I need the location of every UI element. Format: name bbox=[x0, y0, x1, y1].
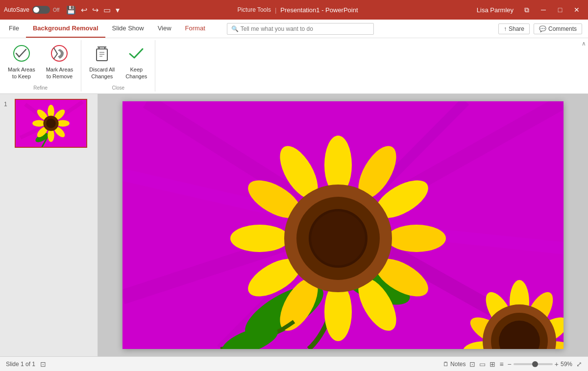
svg-point-55 bbox=[311, 211, 365, 265]
quick-access-toolbar: 💾 ↩ ↪ ▭ ▾ bbox=[63, 5, 122, 15]
ribbon: File Background Removal Slide Show View … bbox=[0, 20, 588, 94]
search-placeholder: Tell me what you want to do bbox=[241, 25, 313, 32]
tab-background-removal[interactable]: Background Removal bbox=[26, 19, 105, 38]
title-bar: AutoSave Off 💾 ↩ ↪ ▭ ▾ Picture Tools | P… bbox=[0, 0, 588, 20]
status-left: Slide 1 of 1 ⊡ bbox=[6, 360, 46, 368]
comments-icon: 💬 bbox=[539, 25, 546, 32]
share-label: Share bbox=[509, 25, 524, 32]
slide-thumb-image bbox=[16, 100, 86, 147]
save-icon[interactable]: 💾 bbox=[66, 5, 76, 15]
slide-image bbox=[122, 101, 564, 349]
svg-point-28 bbox=[46, 118, 55, 128]
close-group-content: Discard AllChanges KeepChanges bbox=[85, 40, 151, 84]
svg-line-5 bbox=[54, 54, 57, 59]
tab-format[interactable]: Format bbox=[178, 19, 212, 38]
maximize-button[interactable]: □ bbox=[553, 0, 567, 20]
slide-status-icon[interactable]: ⊡ bbox=[40, 360, 46, 368]
keep-changes-icon bbox=[127, 44, 146, 65]
discard-icon bbox=[93, 44, 111, 65]
svg-point-46 bbox=[387, 225, 446, 252]
svg-line-2 bbox=[19, 49, 26, 57]
minimize-button[interactable]: ─ bbox=[536, 0, 551, 20]
notes-icon: 🗒 bbox=[443, 361, 449, 368]
mark-remove-label: Mark Areasto Remove bbox=[46, 66, 74, 80]
autosave-area: AutoSave Off bbox=[0, 6, 63, 14]
zoom-track[interactable] bbox=[514, 363, 553, 365]
ribbon-collapse-button[interactable]: ∧ bbox=[582, 40, 586, 47]
refine-group: Mark Areasto Keep Mark Areasto Remove bbox=[0, 40, 81, 92]
comments-label: Comments bbox=[548, 25, 577, 32]
dropdown-arrow[interactable]: ▾ bbox=[116, 5, 120, 15]
title-center: Picture Tools | Presentation1 - PowerPoi… bbox=[122, 6, 473, 14]
slide-canvas bbox=[122, 101, 564, 349]
mark-areas-keep-button[interactable]: Mark Areasto Keep bbox=[4, 42, 39, 82]
toggle-state: Off bbox=[53, 7, 59, 13]
svg-rect-6 bbox=[97, 49, 107, 61]
user-name: Lisa Parmley bbox=[477, 6, 514, 14]
mark-areas-remove-button[interactable]: Mark Areasto Remove bbox=[42, 42, 77, 82]
canvas-area[interactable] bbox=[98, 94, 588, 356]
status-bar: Slide 1 of 1 ⊡ 🗒 Notes ⊡ ▭ ⊞ ≡ − + 59% ⤢ bbox=[0, 356, 588, 371]
view-reading-icon[interactable]: ≡ bbox=[499, 360, 503, 368]
zoom-thumb[interactable] bbox=[532, 361, 538, 367]
slide-number: 1 bbox=[4, 101, 12, 108]
zoom-out-icon[interactable]: − bbox=[508, 360, 512, 368]
undo-icon[interactable]: ↩ bbox=[81, 5, 87, 15]
list-item: 1 bbox=[4, 99, 94, 148]
share-icon: ↑ bbox=[504, 25, 507, 32]
comments-button[interactable]: 💬 Comments bbox=[534, 23, 582, 34]
ribbon-content: Mark Areasto Keep Mark Areasto Remove bbox=[0, 38, 588, 93]
ribbon-tabs: File Background Removal Slide Show View … bbox=[0, 20, 588, 38]
search-icon: 🔍 bbox=[231, 25, 239, 32]
autosave-toggle[interactable] bbox=[32, 6, 50, 14]
restore-down-icon[interactable]: ⧉ bbox=[519, 0, 534, 20]
presentation-icon[interactable]: ▭ bbox=[103, 5, 111, 15]
view-slide-sorter-icon[interactable]: ⊞ bbox=[490, 360, 495, 368]
refine-group-label: Refine bbox=[4, 84, 77, 92]
mark-keep-icon bbox=[12, 44, 31, 65]
close-group: Discard AllChanges KeepChanges Close bbox=[81, 40, 155, 92]
svg-line-1 bbox=[16, 53, 19, 57]
tab-view[interactable]: View bbox=[151, 19, 178, 38]
share-button[interactable]: ↑ Share bbox=[498, 23, 530, 34]
refine-group-content: Mark Areasto Keep Mark Areasto Remove bbox=[4, 40, 77, 84]
view-normal-icon[interactable]: ▭ bbox=[479, 360, 486, 368]
discard-label: Discard AllChanges bbox=[89, 66, 115, 80]
close-button[interactable]: ✕ bbox=[569, 0, 584, 20]
ribbon-actions: ↑ Share 💬 Comments bbox=[498, 23, 586, 34]
fit-to-window-icon[interactable]: ⤢ bbox=[576, 360, 582, 368]
mark-remove-icon bbox=[50, 44, 69, 65]
app-title: Presentation1 - PowerPoint bbox=[280, 6, 358, 14]
main-area: 1 bbox=[0, 94, 588, 356]
redo-icon[interactable]: ↪ bbox=[92, 5, 98, 15]
search-box[interactable]: 🔍 Tell me what you want to do bbox=[227, 23, 374, 35]
slide-thumbnail[interactable] bbox=[15, 99, 87, 148]
comments-status-icon[interactable]: ⊡ bbox=[469, 360, 475, 368]
zoom-in-icon[interactable]: + bbox=[555, 360, 559, 368]
title-right: Lisa Parmley ⧉ ─ □ ✕ bbox=[473, 0, 588, 20]
autosave-label: AutoSave bbox=[4, 6, 29, 13]
picture-tools-label: Picture Tools bbox=[237, 6, 270, 13]
close-group-label: Close bbox=[85, 84, 151, 92]
zoom-control: − + 59% bbox=[508, 360, 572, 368]
zoom-percent: 59% bbox=[561, 361, 572, 368]
svg-line-4 bbox=[54, 48, 57, 54]
svg-point-45 bbox=[230, 225, 289, 252]
status-right: 🗒 Notes ⊡ ▭ ⊞ ≡ − + 59% ⤢ bbox=[443, 360, 582, 368]
tab-slide-show[interactable]: Slide Show bbox=[105, 19, 151, 38]
toggle-knob bbox=[33, 7, 39, 13]
mark-keep-label: Mark Areasto Keep bbox=[8, 66, 35, 80]
slide-info: Slide 1 of 1 bbox=[6, 361, 35, 368]
keep-changes-label: KeepChanges bbox=[125, 66, 147, 80]
slide-panel: 1 bbox=[0, 94, 98, 356]
notes-label: Notes bbox=[450, 361, 466, 368]
discard-changes-button[interactable]: Discard AllChanges bbox=[85, 42, 119, 82]
notes-button[interactable]: 🗒 Notes bbox=[443, 361, 466, 368]
tab-file[interactable]: File bbox=[2, 19, 26, 38]
keep-changes-button[interactable]: KeepChanges bbox=[122, 42, 151, 82]
